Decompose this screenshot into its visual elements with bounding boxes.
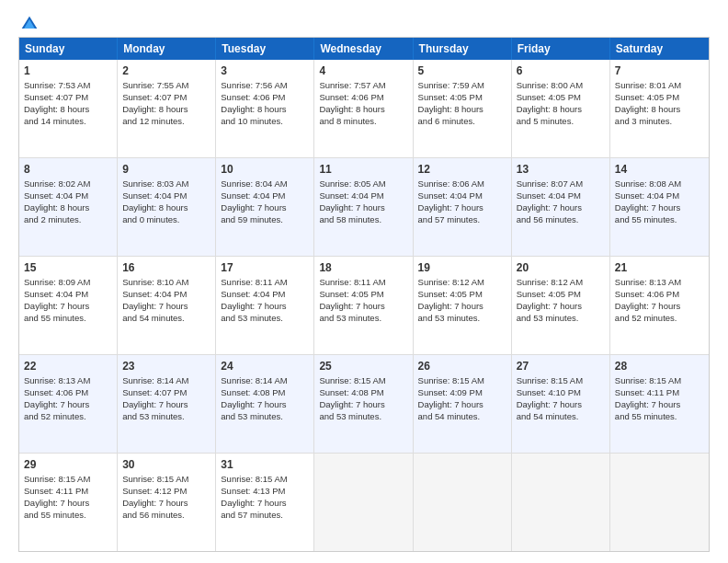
day-cell-16: 16Sunrise: 8:10 AMSunset: 4:04 PMDayligh… xyxy=(118,257,216,354)
day-number: 18 xyxy=(319,260,407,275)
calendar-row-1: 8Sunrise: 8:02 AMSunset: 4:04 PMDaylight… xyxy=(19,158,709,257)
day-info-line-0: Sunrise: 8:00 AM xyxy=(517,80,605,92)
day-info-line-3: and 54 minutes. xyxy=(418,411,506,423)
day-cell-21: 21Sunrise: 8:13 AMSunset: 4:06 PMDayligh… xyxy=(610,257,709,354)
day-info-line-3: and 6 minutes. xyxy=(418,116,506,128)
day-info-line-3: and 52 minutes. xyxy=(24,411,112,423)
day-number: 5 xyxy=(418,63,506,78)
day-info-line-0: Sunrise: 7:55 AM xyxy=(122,80,210,92)
day-info-line-2: Daylight: 7 hours xyxy=(418,202,506,214)
day-cell-10: 10Sunrise: 8:04 AMSunset: 4:04 PMDayligh… xyxy=(216,158,314,256)
day-info-line-1: Sunset: 4:13 PM xyxy=(221,486,309,498)
day-number: 1 xyxy=(24,63,112,78)
day-number: 17 xyxy=(221,260,309,275)
day-number: 29 xyxy=(24,457,112,472)
day-info-line-3: and 54 minutes. xyxy=(122,313,210,325)
day-info-line-2: Daylight: 7 hours xyxy=(418,301,506,313)
day-info-line-1: Sunset: 4:07 PM xyxy=(122,92,210,104)
day-info-line-1: Sunset: 4:06 PM xyxy=(24,387,112,399)
day-cell-3: 3Sunrise: 7:56 AMSunset: 4:06 PMDaylight… xyxy=(216,60,314,157)
day-number: 20 xyxy=(517,260,605,275)
day-number: 25 xyxy=(319,359,407,373)
day-number: 15 xyxy=(24,260,112,275)
day-number: 22 xyxy=(24,359,112,373)
day-info-line-3: and 53 minutes. xyxy=(122,411,210,423)
day-number: 4 xyxy=(319,63,407,78)
day-cell-15: 15Sunrise: 8:09 AMSunset: 4:04 PMDayligh… xyxy=(19,257,118,354)
calendar-header: SundayMondayTuesdayWednesdayThursdayFrid… xyxy=(19,38,709,60)
day-info-line-3: and 14 minutes. xyxy=(24,116,112,128)
day-info-line-0: Sunrise: 8:13 AM xyxy=(615,277,704,289)
day-info-line-2: Daylight: 7 hours xyxy=(122,498,210,510)
day-info-line-0: Sunrise: 8:13 AM xyxy=(24,375,112,387)
day-cell-20: 20Sunrise: 8:12 AMSunset: 4:05 PMDayligh… xyxy=(512,257,610,354)
day-info-line-2: Daylight: 7 hours xyxy=(615,301,704,313)
header-cell-friday: Friday xyxy=(512,38,610,60)
day-info-line-3: and 0 minutes. xyxy=(122,214,210,226)
day-info-line-2: Daylight: 8 hours xyxy=(418,104,506,116)
day-info-line-1: Sunset: 4:06 PM xyxy=(319,92,407,104)
day-info-line-3: and 56 minutes. xyxy=(517,214,605,226)
day-number: 8 xyxy=(24,162,112,177)
day-info-line-1: Sunset: 4:04 PM xyxy=(24,190,112,202)
day-info-line-0: Sunrise: 8:15 AM xyxy=(221,474,309,486)
day-info-line-1: Sunset: 4:08 PM xyxy=(221,387,309,399)
day-number: 9 xyxy=(122,162,210,177)
day-cell-9: 9Sunrise: 8:03 AMSunset: 4:04 PMDaylight… xyxy=(118,158,216,256)
day-info-line-1: Sunset: 4:06 PM xyxy=(615,289,704,301)
day-info-line-1: Sunset: 4:04 PM xyxy=(319,190,407,202)
day-info-line-1: Sunset: 4:05 PM xyxy=(517,92,605,104)
day-info-line-3: and 2 minutes. xyxy=(24,214,112,226)
day-info-line-3: and 53 minutes. xyxy=(221,411,309,423)
day-info-line-3: and 55 minutes. xyxy=(24,510,112,522)
day-info-line-1: Sunset: 4:04 PM xyxy=(122,289,210,301)
day-info-line-0: Sunrise: 8:12 AM xyxy=(517,277,605,289)
day-info-line-2: Daylight: 7 hours xyxy=(24,498,112,510)
day-info-line-0: Sunrise: 8:04 AM xyxy=(221,178,309,190)
day-info-line-1: Sunset: 4:09 PM xyxy=(418,387,506,399)
day-info-line-1: Sunset: 4:04 PM xyxy=(418,190,506,202)
day-info-line-2: Daylight: 8 hours xyxy=(24,202,112,214)
empty-cell-4-3 xyxy=(314,454,413,551)
day-cell-17: 17Sunrise: 8:11 AMSunset: 4:04 PMDayligh… xyxy=(216,257,314,354)
day-cell-12: 12Sunrise: 8:06 AMSunset: 4:04 PMDayligh… xyxy=(414,158,512,256)
day-cell-30: 30Sunrise: 8:15 AMSunset: 4:12 PMDayligh… xyxy=(118,454,216,551)
day-number: 7 xyxy=(615,63,704,78)
day-number: 3 xyxy=(221,63,309,78)
day-info-line-0: Sunrise: 8:12 AM xyxy=(418,277,506,289)
day-info-line-1: Sunset: 4:04 PM xyxy=(615,190,704,202)
day-info-line-0: Sunrise: 8:09 AM xyxy=(24,277,112,289)
day-number: 24 xyxy=(221,359,309,373)
day-info-line-0: Sunrise: 7:53 AM xyxy=(24,80,112,92)
day-info-line-1: Sunset: 4:06 PM xyxy=(221,92,309,104)
day-info-line-0: Sunrise: 8:15 AM xyxy=(24,474,112,486)
day-number: 27 xyxy=(517,359,605,373)
day-info-line-0: Sunrise: 8:15 AM xyxy=(122,474,210,486)
day-cell-1: 1Sunrise: 7:53 AMSunset: 4:07 PMDaylight… xyxy=(19,60,118,157)
day-info-line-1: Sunset: 4:04 PM xyxy=(221,190,309,202)
day-number: 10 xyxy=(221,162,309,177)
day-info-line-2: Daylight: 7 hours xyxy=(122,301,210,313)
day-info-line-2: Daylight: 8 hours xyxy=(615,104,704,116)
day-info-line-1: Sunset: 4:05 PM xyxy=(418,92,506,104)
day-info-line-1: Sunset: 4:05 PM xyxy=(517,289,605,301)
day-info-line-1: Sunset: 4:11 PM xyxy=(615,387,704,399)
day-cell-4: 4Sunrise: 7:57 AMSunset: 4:06 PMDaylight… xyxy=(314,60,413,157)
day-number: 23 xyxy=(122,359,210,373)
day-info-line-1: Sunset: 4:04 PM xyxy=(517,190,605,202)
day-info-line-0: Sunrise: 8:15 AM xyxy=(615,375,704,387)
day-info-line-0: Sunrise: 8:14 AM xyxy=(221,375,309,387)
day-info-line-2: Daylight: 7 hours xyxy=(517,399,605,411)
day-info-line-1: Sunset: 4:07 PM xyxy=(24,92,112,104)
day-number: 11 xyxy=(319,162,407,177)
day-info-line-0: Sunrise: 7:59 AM xyxy=(418,80,506,92)
day-info-line-2: Daylight: 7 hours xyxy=(221,202,309,214)
day-info-line-2: Daylight: 7 hours xyxy=(517,301,605,313)
day-cell-31: 31Sunrise: 8:15 AMSunset: 4:13 PMDayligh… xyxy=(216,454,314,551)
page: SundayMondayTuesdayWednesdayThursdayFrid… xyxy=(0,0,728,563)
day-cell-11: 11Sunrise: 8:05 AMSunset: 4:04 PMDayligh… xyxy=(314,158,413,256)
day-info-line-2: Daylight: 8 hours xyxy=(122,202,210,214)
day-cell-8: 8Sunrise: 8:02 AMSunset: 4:04 PMDaylight… xyxy=(19,158,118,256)
day-cell-22: 22Sunrise: 8:13 AMSunset: 4:06 PMDayligh… xyxy=(19,355,118,453)
day-number: 12 xyxy=(418,162,506,177)
